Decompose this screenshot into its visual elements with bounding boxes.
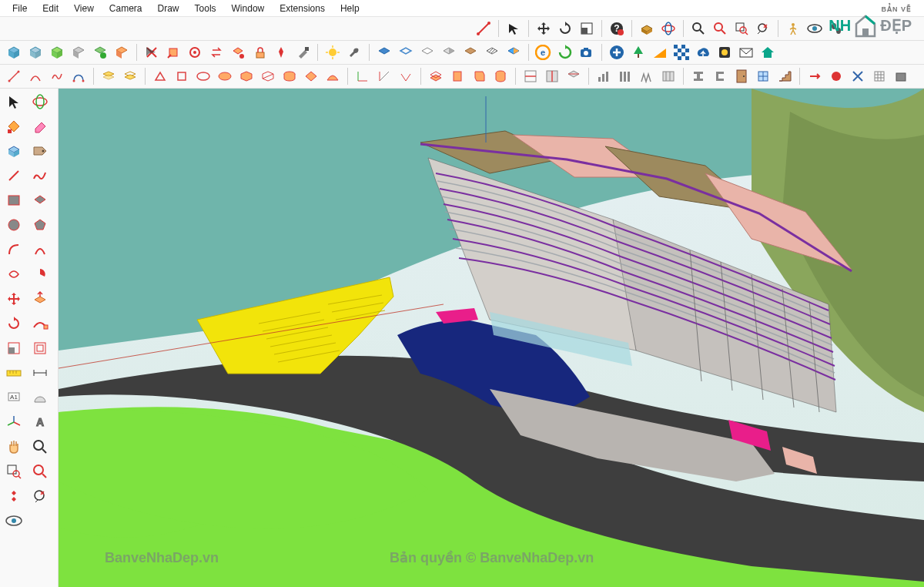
pushpull-icon[interactable] <box>638 19 656 38</box>
pin-icon[interactable] <box>272 43 290 62</box>
menu-extensions[interactable]: Extensions <box>272 2 333 15</box>
t3-layers2-icon[interactable] <box>121 67 139 86</box>
side-text-icon[interactable]: A1 <box>2 387 25 408</box>
t3-bars1-icon[interactable] <box>594 67 613 86</box>
t3-shape1-icon[interactable] <box>151 67 169 86</box>
side-orbit-icon[interactable] <box>28 91 52 112</box>
render-e-icon[interactable]: e <box>534 43 553 62</box>
layer-shade-icon[interactable] <box>440 43 458 62</box>
t3-shape3-icon[interactable] <box>194 67 213 86</box>
menu-camera[interactable]: Camera <box>102 2 150 15</box>
side-line-icon[interactable] <box>2 165 25 186</box>
side-circle-icon[interactable] <box>2 214 25 236</box>
t3-bezier-icon[interactable] <box>69 67 88 86</box>
zoom-icon[interactable] <box>689 19 708 38</box>
side-axes-icon[interactable] <box>2 411 25 433</box>
t3-arc-icon[interactable] <box>26 67 45 86</box>
t3-panel-icon[interactable] <box>659 67 678 86</box>
edge-style-icon[interactable] <box>474 19 493 38</box>
side-move-icon[interactable] <box>2 288 25 310</box>
t3-bars3-icon[interactable] <box>638 67 656 86</box>
side-zoomext-icon[interactable] <box>28 461 52 482</box>
t3-sect1-icon[interactable] <box>521 67 540 86</box>
refresh-icon[interactable] <box>556 43 574 62</box>
side-prev-icon[interactable] <box>28 485 52 507</box>
t3-line-icon[interactable] <box>5 67 23 86</box>
side-dim-icon[interactable] <box>28 362 52 384</box>
swap-icon[interactable] <box>207 43 226 62</box>
side-tape-icon[interactable] <box>2 362 25 384</box>
side-zoomwin-icon[interactable] <box>2 461 25 482</box>
t3-extrude4-icon[interactable] <box>491 67 510 86</box>
side-rotate-icon[interactable] <box>2 313 25 334</box>
t3-extrude3-icon[interactable] <box>470 67 488 86</box>
t3-red1-icon[interactable] <box>805 67 824 86</box>
box-green-icon[interactable] <box>48 43 66 62</box>
scale-icon[interactable] <box>578 19 596 38</box>
gear-red-icon[interactable] <box>186 43 204 62</box>
sun-icon[interactable] <box>323 43 342 62</box>
t3-axis3-icon[interactable] <box>397 67 415 86</box>
side-component-icon[interactable] <box>2 140 25 162</box>
side-arc3-icon[interactable] <box>2 263 25 285</box>
model-viewport[interactable]: BanveNhaDep.vn Bản quyền © BanveNhaDep.v… <box>59 89 924 587</box>
menu-edit[interactable]: Edit <box>35 2 66 15</box>
cut-red-icon[interactable] <box>142 43 161 62</box>
side-arc-icon[interactable] <box>2 239 25 260</box>
menu-view[interactable]: View <box>66 2 102 15</box>
paint-red-icon[interactable] <box>164 43 182 62</box>
slope-icon[interactable] <box>651 43 669 62</box>
menu-file[interactable]: File <box>5 2 35 15</box>
t3-shape9-icon[interactable] <box>323 67 342 86</box>
select-icon[interactable] <box>504 19 523 38</box>
camera-icon[interactable] <box>578 43 596 62</box>
menu-help[interactable]: Help <box>333 2 367 15</box>
t3-axis1-icon[interactable] <box>353 67 372 86</box>
side-polygon-icon[interactable] <box>28 214 52 236</box>
side-freehand-icon[interactable] <box>28 165 52 186</box>
t3-extrude1-icon[interactable] <box>427 67 445 86</box>
box-blue-icon[interactable] <box>5 43 23 62</box>
layer-white-icon[interactable] <box>418 43 437 62</box>
tool-icon[interactable] <box>293 43 312 62</box>
t3-shape2-icon[interactable] <box>172 67 191 86</box>
side-protractor-icon[interactable] <box>28 387 52 408</box>
zoom-extents-icon[interactable] <box>711 19 729 38</box>
home-icon[interactable] <box>758 43 777 62</box>
help-icon[interactable]: ? <box>608 19 626 38</box>
box-gray-icon[interactable] <box>69 43 88 62</box>
plus-circle-icon[interactable] <box>608 43 626 62</box>
t3-window-icon[interactable] <box>754 67 772 86</box>
side-scale-icon[interactable] <box>2 337 25 359</box>
wrench-icon[interactable] <box>345 43 363 62</box>
side-offset-icon[interactable] <box>28 337 52 359</box>
t3-axis2-icon[interactable] <box>375 67 393 86</box>
menu-draw[interactable]: Draw <box>150 2 187 15</box>
t3-red2-icon[interactable] <box>827 67 845 86</box>
side-tag-icon[interactable] <box>28 140 52 162</box>
t3-extrude2-icon[interactable] <box>448 67 467 86</box>
look-icon[interactable] <box>805 19 824 38</box>
rotate-view-icon[interactable] <box>659 19 678 38</box>
t3-shape6-icon[interactable] <box>259 67 277 86</box>
layer-tex-icon[interactable] <box>461 43 480 62</box>
t3-ibeam-icon[interactable] <box>689 67 708 86</box>
layer-blue-icon[interactable] <box>375 43 393 62</box>
side-followme-icon[interactable] <box>28 313 52 334</box>
t3-curve-icon[interactable] <box>48 67 66 86</box>
t3-layers1-icon[interactable] <box>99 67 118 86</box>
t3-door-icon[interactable] <box>732 67 751 86</box>
zoom-prev-icon[interactable] <box>754 19 772 38</box>
t3-stair-icon[interactable] <box>775 67 794 86</box>
box-blue2-icon[interactable] <box>26 43 45 62</box>
lock-icon[interactable] <box>250 43 269 62</box>
walk-icon[interactable] <box>784 19 802 38</box>
move-icon[interactable] <box>534 19 553 38</box>
checker-icon[interactable] <box>672 43 691 62</box>
side-pan-icon[interactable] <box>2 436 25 458</box>
t3-grid-icon[interactable] <box>870 67 889 86</box>
layer-outline-icon[interactable] <box>397 43 415 62</box>
side-eye-icon[interactable] <box>2 510 25 532</box>
side-pie-icon[interactable] <box>28 263 52 285</box>
box-green2-icon[interactable] <box>91 43 109 62</box>
